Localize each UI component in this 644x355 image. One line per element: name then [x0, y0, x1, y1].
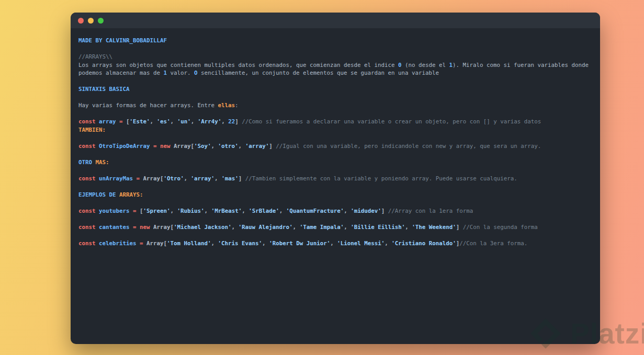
- traffic-light-maximize-button[interactable]: [98, 18, 104, 24]
- page-background: { "window": { "background": "#22272e", "…: [0, 0, 644, 355]
- code-line: const celebrities = Array['Tom Holland',…: [78, 239, 594, 248]
- code-line: [78, 94, 594, 102]
- code-line: TAMBIEN:: [78, 126, 594, 134]
- code-line: const OtroTipoDeArray = new Array['Soy',…: [78, 142, 594, 151]
- code-line: const cantantes = new Array['Michael Jac…: [78, 223, 594, 232]
- code-line: Hay varias formas de hacer arrays. Entre…: [78, 101, 594, 110]
- code-line: const array = ['Este', 'es', 'un', 'Arr4…: [78, 118, 594, 126]
- code-line: [78, 45, 594, 53]
- code-line: [78, 110, 594, 118]
- code-line: const unArrayMas = Array['Otro', 'array'…: [78, 175, 594, 183]
- code-line: [78, 150, 594, 158]
- code-area: MADE BY CALVINR_BOBADILLAF //ARRAYS\\Los…: [71, 28, 600, 256]
- code-line: [78, 199, 594, 207]
- code-line: Los arrays son objetos que contienen mul…: [78, 61, 594, 70]
- traffic-light-minimize-button[interactable]: [88, 18, 94, 24]
- window-titlebar: [71, 13, 600, 28]
- code-line: [78, 134, 594, 142]
- code-line: [78, 215, 594, 223]
- code-line: SINTAXIS BASICA: [78, 85, 594, 94]
- code-line: //ARRAYS\\: [78, 53, 594, 61]
- code-line: [78, 182, 594, 191]
- code-line: [78, 231, 594, 239]
- code-line: [78, 166, 594, 175]
- code-line: const youtubers = ['Spreen', 'Rubius', '…: [78, 207, 594, 215]
- code-line: podemos almacenar mas de 1 valor. O senc…: [78, 69, 594, 77]
- code-window: MADE BY CALVINR_BOBADILLAF //ARRAYS\\Los…: [71, 13, 600, 344]
- code-line: MADE BY CALVINR_BOBADILLAF: [78, 37, 594, 45]
- traffic-light-close-button[interactable]: [78, 18, 84, 24]
- code-line: [78, 77, 594, 86]
- code-line: OTRO MAS:: [78, 158, 594, 167]
- code-line: EJEMPLOS DE ARRAYS:: [78, 191, 594, 199]
